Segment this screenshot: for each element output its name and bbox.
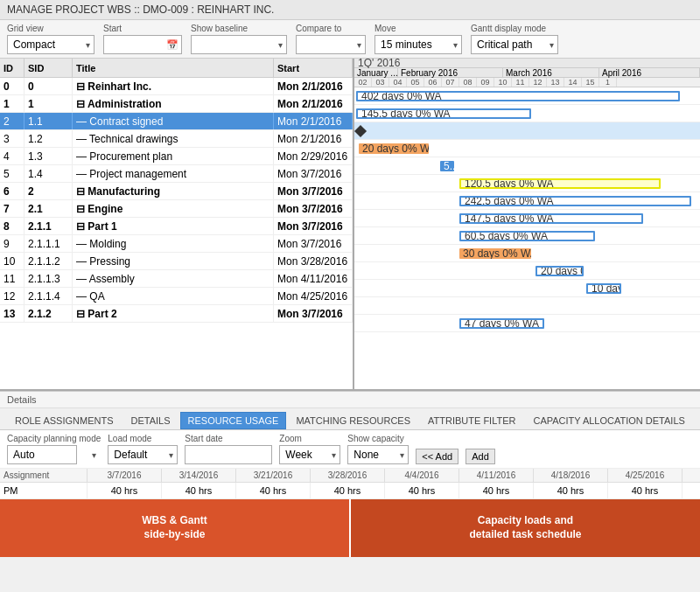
promo-banner-wbs: WBS & Ganttside-by-side	[0, 499, 349, 557]
tab-capacity-allocation[interactable]: CAPACITY ALLOCATION DETAILS	[525, 412, 692, 429]
show-capacity-select[interactable]: None	[347, 445, 409, 464]
load-mode-select[interactable]: Default	[108, 445, 178, 464]
wbs-row-10[interactable]: 102.1.1.2 — PressingMon 3/28/2016	[0, 253, 353, 270]
wbs-cell-start-0: Mon 2/1/2016	[274, 78, 353, 94]
gantt-row-1: 145.5 days 0% WA	[354, 105, 700, 122]
promo-capacity-text: Capacity loads anddetailed task schedule	[469, 514, 581, 541]
gantt-day-13: 13	[547, 78, 564, 87]
wbs-cell-title-4: — Procurement plan	[73, 148, 274, 164]
wbs-row-9[interactable]: 92.1.1.1 — MoldingMon 3/7/2016	[0, 235, 353, 253]
start-input-wrapper[interactable]: 1/2/2016 📅	[103, 35, 182, 54]
wbs-cell-start-11: Mon 4/11/2016	[274, 270, 353, 287]
details-toolbar: Capacity planning mode Auto Load mode De…	[0, 430, 700, 469]
gantt-row-8: 60.5 days 0% WA	[354, 227, 700, 245]
tab-details[interactable]: DETAILS	[122, 412, 178, 429]
tab-matching-resources[interactable]: MATCHING RESOURCES	[288, 412, 418, 429]
wbs-cell-id-2: 2	[0, 113, 24, 129]
wbs-cell-start-13: Mon 3/7/2016	[274, 305, 353, 322]
compare-to-select-wrapper[interactable]	[296, 35, 366, 54]
capacity-planning-mode-group: Capacity planning mode Auto	[7, 434, 101, 464]
tab-resource-usage[interactable]: RESOURCE USAGE	[180, 412, 287, 429]
move-label: Move	[374, 24, 462, 33]
wbs-cell-id-0: 0	[0, 78, 24, 94]
gantt-rows: 402 days 0% WA145.5 days 0% WA20 days 0%…	[354, 87, 700, 389]
show-capacity-label: Show capacity	[347, 434, 409, 443]
gantt-mode-group: Gantt display mode Critical path	[471, 24, 558, 54]
grid-view-group: Grid view Compact	[7, 24, 94, 54]
gantt-bar-label-11: 10 days 0...	[592, 283, 621, 294]
show-baseline-select[interactable]	[191, 35, 287, 54]
wbs-cell-id-8: 8	[0, 218, 24, 234]
gantt-day-08: 08	[459, 78, 477, 87]
gantt-bar-9: 30 days 0% WA	[459, 248, 531, 259]
promo-section: WBS & Ganttside-by-side Capacity loads a…	[0, 499, 700, 557]
wbs-row-8[interactable]: 82.1.1 ⊟ Part 1Mon 3/7/2016	[0, 218, 353, 235]
details-pm-val-4: 40 hrs	[311, 483, 385, 498]
gantt-month-feb: February 2016	[398, 68, 503, 77]
details-pm-val-3: 40 hrs	[236, 483, 311, 498]
show-baseline-select-wrapper[interactable]	[191, 35, 287, 54]
add-button[interactable]: Add	[466, 449, 495, 464]
gantt-row-5: 120.5 days 0% WA	[354, 175, 700, 192]
show-capacity-wrapper[interactable]: None	[347, 445, 409, 464]
grid-view-select[interactable]: Compact	[7, 35, 94, 54]
wbs-cell-start-2: Mon 2/1/2016	[274, 113, 353, 129]
wbs-row-1[interactable]: 11 ⊟ AdministrationMon 2/1/2016	[0, 95, 353, 113]
wbs-row-3[interactable]: 31.2 — Technical drawingsMon 2/1/2016	[0, 130, 353, 148]
gantt-bar-label-10: 20 days 0...	[541, 266, 584, 276]
wbs-row-13[interactable]: 132.1.2 ⊟ Part 2Mon 3/7/2016	[0, 305, 353, 323]
grid-view-label: Grid view	[7, 24, 94, 33]
gantt-row-3: 20 days 0% WA	[354, 140, 700, 157]
wbs-cell-id-9: 9	[0, 235, 24, 252]
wbs-row-4[interactable]: 41.3 — Procurement planMon 2/29/2016	[0, 148, 353, 165]
tab-role-assignments[interactable]: ROLE ASSIGNMENTS	[7, 412, 121, 429]
wbs-row-12[interactable]: 122.1.1.4 — QAMon 4/25/2016	[0, 288, 353, 305]
wbs-cell-sid-12: 2.1.1.4	[24, 288, 73, 304]
wbs-cell-sid-1: 1	[24, 95, 73, 112]
gantt-mode-select-wrapper[interactable]: Critical path	[471, 35, 558, 54]
details-table: Assignment 3/7/2016 3/14/2016 3/21/2016 …	[0, 469, 700, 499]
tab-attribute-filter[interactable]: ATTRIBUTE FILTER	[420, 412, 523, 429]
details-row-pm: PM 40 hrs 40 hrs 40 hrs 40 hrs 40 hrs 40…	[0, 483, 700, 499]
add-left-button[interactable]: << Add	[416, 449, 458, 464]
load-mode-label: Load mode	[108, 434, 178, 443]
gantt-bar-7: 147.5 days 0% WA	[459, 213, 643, 224]
details-pm-val-8: 40 hrs	[608, 483, 682, 498]
wbs-row-0[interactable]: 00⊟ Reinhart Inc.Mon 2/1/2016	[0, 78, 353, 95]
tabs-bar: ROLE ASSIGNMENTS DETAILS RESOURCE USAGE …	[0, 408, 700, 430]
compare-to-select[interactable]	[296, 35, 366, 54]
details-col-1: 3/7/2016	[88, 469, 162, 482]
gantt-bar-4: 5...	[440, 161, 454, 171]
capacity-planning-mode-select[interactable]: Auto	[7, 445, 77, 464]
start-date-input[interactable]	[185, 445, 272, 464]
gantt-day-06: 06	[424, 78, 442, 87]
load-mode-wrapper[interactable]: Default	[108, 445, 178, 464]
gantt-bar-label-4: 5...	[444, 161, 454, 171]
wbs-row-2[interactable]: 21.1 — Contract signedMon 2/1/2016	[0, 113, 353, 130]
move-select-wrapper[interactable]: 15 minutes	[374, 35, 462, 54]
gantt-mode-select[interactable]: Critical path	[471, 35, 558, 54]
gantt-row-11: 10 days 0...	[354, 280, 700, 297]
wbs-row-11[interactable]: 112.1.1.3 — AssemblyMon 4/11/2016	[0, 270, 353, 288]
details-pm-val-1: 40 hrs	[88, 483, 162, 498]
grid-view-select-wrapper[interactable]: Compact	[7, 35, 94, 54]
gantt-day-11: 11	[512, 78, 529, 87]
wbs-row-7[interactable]: 72.1 ⊟ EngineMon 3/7/2016	[0, 200, 353, 218]
wbs-row-5[interactable]: 51.4 — Project managementMon 3/7/2016	[0, 165, 353, 183]
wbs-row-6[interactable]: 62 ⊟ ManufacturingMon 3/7/2016	[0, 183, 353, 200]
wbs-cell-sid-4: 1.3	[24, 148, 73, 164]
gantt-bar-8: 60.5 days 0% WA	[459, 231, 595, 241]
zoom-select[interactable]: Week	[279, 445, 340, 464]
capacity-planning-mode-wrapper[interactable]: Auto	[7, 445, 101, 464]
gantt-row-2	[354, 122, 700, 140]
gantt-mode-label: Gantt display mode	[471, 24, 558, 33]
move-select[interactable]: 15 minutes	[374, 35, 462, 54]
wbs-cell-title-10: — Pressing	[73, 253, 274, 269]
zoom-wrapper[interactable]: Week	[279, 445, 340, 464]
wbs-table: ID SID Title Start 00⊟ Reinhart Inc.Mon …	[0, 59, 354, 389]
gantt-row-9: 30 days 0% WA	[354, 245, 700, 262]
calendar-icon: 📅	[166, 39, 178, 51]
gantt-bar-13: 47 days 0% WA	[459, 318, 544, 329]
details-col-8: 4/25/2016	[608, 469, 682, 482]
wbs-cell-title-6: ⊟ Manufacturing	[73, 183, 274, 199]
